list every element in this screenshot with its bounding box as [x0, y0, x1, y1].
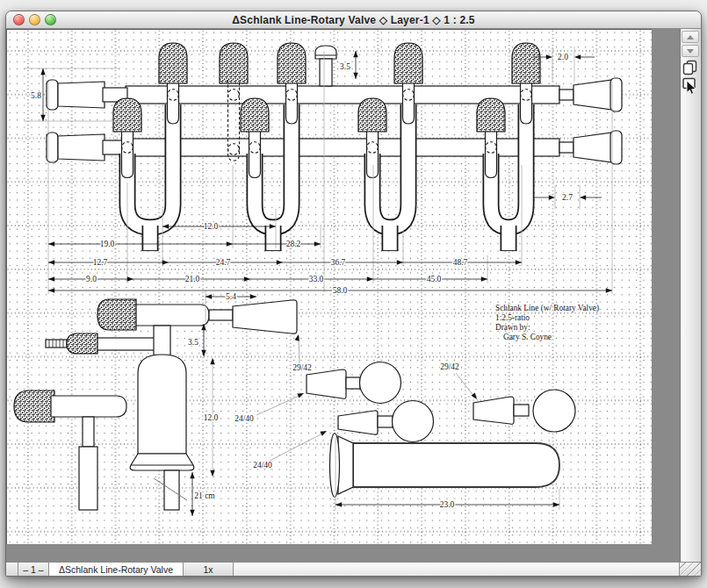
resize-grip[interactable]: [680, 563, 701, 576]
joint-bulbs: [307, 362, 575, 442]
dim-33-0: 33.0: [309, 275, 324, 283]
dim-3-5-top: 3.5: [340, 62, 350, 71]
dim-21-cm: 21 cm: [194, 491, 215, 500]
window-title: ΔSchlank Line-Rotary Valve ◇ Layer-1 ◇ 1…: [232, 14, 474, 26]
status-blank-cell: [6, 563, 18, 576]
note-line-1: Schlank Line (w/ Rotary Valve): [495, 304, 599, 313]
pages-icon[interactable]: [682, 59, 699, 76]
zoom-level[interactable]: 1x: [184, 563, 234, 576]
close-button[interactable]: [13, 14, 25, 25]
vertical-scrollbar[interactable]: [681, 29, 700, 562]
dim-19-0: 19.0: [100, 240, 115, 248]
document-page: 5.8 3.5 2.0 2.7 12.0 19.0 28.2 12.7 24.7…: [6, 29, 652, 544]
status-bar: – 1 – ΔSchlank Line-Rotary Valve 1x: [6, 562, 701, 576]
dim-5-4: 5.4: [226, 292, 236, 301]
dim-5-8: 5.8: [31, 91, 41, 100]
dim-2-0: 2.0: [558, 53, 568, 61]
joint-29-42-a: 29/42: [292, 363, 312, 372]
note-line-4: Gary S. Coyne: [503, 333, 552, 341]
u-tube-takeoffs: [127, 104, 526, 251]
joint-29-42-b: 29/42: [440, 362, 459, 371]
dim-45-0: 45.0: [427, 275, 442, 283]
maximize-button[interactable]: [45, 14, 56, 25]
dim-9-0: 9.0: [86, 275, 97, 283]
dim-48-7: 48.7: [453, 258, 468, 267]
dim-23-0: 23.0: [440, 500, 455, 509]
drawing-canvas[interactable]: 5.8 3.5 2.0 2.7 12.0 19.0 28.2 12.7 24.7…: [6, 29, 681, 562]
dim-12-0: 12.0: [204, 222, 219, 231]
up-triangle-icon: [687, 35, 694, 39]
joint-24-40-b: 24/40: [253, 461, 272, 470]
page-indicator[interactable]: – 1 –: [18, 563, 49, 576]
note-line-2: 1:2.5-ratio: [495, 313, 530, 322]
dim-12-0-b: 12.0: [204, 413, 219, 422]
minimize-button[interactable]: [29, 14, 40, 25]
joint-24-40-a: 24/40: [234, 414, 254, 423]
dim-21-0: 21.0: [185, 275, 200, 283]
horizontal-scrollbar[interactable]: [234, 563, 680, 576]
scroll-up-button[interactable]: [682, 31, 699, 43]
dim-58-0: 58.0: [333, 286, 348, 295]
dim-28-2: 28.2: [286, 240, 301, 248]
dim-12-7: 12.7: [93, 258, 108, 267]
top-port: [315, 46, 336, 86]
rotary-valve-detail: [14, 299, 297, 510]
title-block: Schlank Line (w/ Rotary Valve) 1:2.5-rat…: [495, 304, 599, 341]
document-tab[interactable]: ΔSchlank Line-Rotary Valve: [49, 563, 184, 576]
dim-24-7: 24.7: [216, 258, 231, 267]
dim-2-7: 2.7: [562, 193, 573, 202]
app-window: ΔSchlank Line-Rotary Valve ◇ Layer-1 ◇ 1…: [5, 11, 702, 577]
note-line-3: Drawn by:: [495, 323, 530, 332]
schlenk-line-drawing: 5.8 3.5 2.0 2.7 12.0 19.0 28.2 12.7 24.7…: [6, 29, 652, 544]
trap-flask: [330, 434, 560, 498]
window-controls: [13, 11, 56, 28]
scroll-down-button[interactable]: [682, 45, 699, 57]
dim-3-5-b: 3.5: [188, 338, 198, 347]
drag-tool-icon[interactable]: [682, 78, 699, 96]
down-triangle-icon: [687, 49, 694, 54]
window-titlebar[interactable]: ΔSchlank Line-Rotary Valve ◇ Layer-1 ◇ 1…: [6, 11, 701, 29]
dim-36-7: 36.7: [331, 258, 346, 267]
